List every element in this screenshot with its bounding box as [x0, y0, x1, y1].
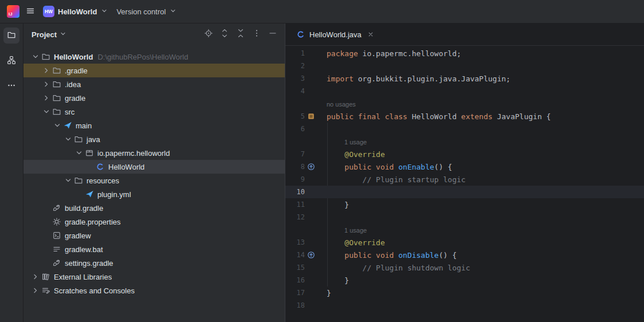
code-line[interactable]: 5public final class HelloWorld extends J…	[285, 110, 644, 123]
code-line[interactable]: 17}	[285, 286, 644, 299]
project-panel-title-button[interactable]: Project	[32, 30, 67, 40]
chevron-right-icon[interactable]	[41, 80, 52, 89]
tree-item-plugin-yml[interactable]: plugin.yml	[23, 187, 285, 201]
tree-item-io-papermc-helloworld[interactable]: io.papermc.helloworld	[23, 146, 285, 160]
line-number[interactable]: 2	[285, 62, 305, 70]
main-area: Project HelloWorldD:\githubRePos\HelloWo…	[0, 23, 644, 322]
tree-item-helloworld[interactable]: HelloWorldD:\githubRePos\HelloWorld	[23, 50, 285, 64]
code-line[interactable]: 8 public void onEnable() {	[285, 160, 644, 173]
line-number[interactable]: 12	[285, 213, 305, 221]
line-number[interactable]: 1	[285, 49, 305, 57]
tab-helloworld-java[interactable]: HelloWorld.java	[290, 23, 380, 45]
tree-item-gradlew[interactable]: gradlew	[23, 229, 285, 242]
chevron-down-icon[interactable]	[63, 135, 73, 144]
tree-item-scratches-and-consoles[interactable]: Scratches and Consoles	[23, 284, 285, 297]
chevron-right-icon[interactable]	[41, 93, 52, 103]
plugin-marker-icon[interactable]	[305, 112, 324, 121]
tree-item-external-libraries[interactable]: External Libraries	[23, 270, 285, 284]
more-tool-windows-tool-button[interactable]	[3, 78, 19, 94]
collapse-all-button[interactable]	[234, 28, 247, 41]
chevron-right-icon[interactable]	[30, 286, 41, 295]
line-number[interactable]: 7	[285, 150, 305, 158]
line-number[interactable]: 4	[285, 87, 305, 95]
tree-label: main	[76, 121, 92, 130]
chevron-right-icon[interactable]	[41, 66, 52, 75]
tree-label: resources	[87, 176, 119, 185]
code-line[interactable]: 15 // Plugin shutdown logic	[285, 261, 644, 274]
line-number[interactable]: 14	[285, 251, 305, 259]
more-options-button[interactable]	[250, 28, 263, 41]
project-widget[interactable]: HW HelloWorld	[39, 3, 112, 20]
code-line[interactable]: 12	[285, 211, 644, 223]
code-line[interactable]: 4	[285, 85, 644, 97]
main-menu-button[interactable]	[22, 3, 39, 20]
code-line[interactable]: 9 // Plugin startup logic	[285, 173, 644, 186]
tree-label: gradle.properties	[65, 218, 121, 226]
tree-item-build-gradle[interactable]: build.gradle	[23, 201, 285, 215]
code-line[interactable]: 3import org.bukkit.plugin.java.JavaPlugi…	[285, 72, 644, 85]
tree-item-main[interactable]: main	[23, 119, 285, 132]
tree-item-gradle-properties[interactable]: gradle.properties	[23, 215, 285, 229]
code-line[interactable]: 18	[285, 299, 644, 312]
line-number[interactable]: 18	[285, 301, 305, 309]
code-text: @Override	[324, 150, 385, 159]
override-icon[interactable]	[305, 162, 324, 171]
version-control-widget[interactable]: Version control	[112, 3, 181, 20]
line-number[interactable]: 15	[285, 264, 305, 272]
code-line[interactable]: 14 public void onDisable() {	[285, 249, 644, 261]
intellij-logo[interactable]: IJ	[7, 5, 19, 18]
expand-all-button[interactable]	[218, 28, 231, 41]
chevron-down-icon	[169, 7, 177, 17]
usage-hint[interactable]: 1 usage	[327, 139, 367, 146]
project-tool-button[interactable]	[3, 28, 19, 44]
chevron-down-icon[interactable]	[41, 107, 52, 116]
line-number[interactable]: 3	[285, 74, 305, 83]
class-icon	[296, 30, 305, 39]
code-area[interactable]: 1package io.papermc.helloworld;23import …	[285, 46, 644, 322]
usage-hint[interactable]: no usages	[327, 101, 356, 108]
tree-item-gradle[interactable]: gradle	[23, 91, 285, 105]
intellij-window: IJ HW HelloWorld Version control Project	[0, 0, 644, 322]
line-number[interactable]: 16	[285, 276, 305, 284]
line-number[interactable]: 5	[285, 112, 305, 120]
usage-hint[interactable]: 1 usage	[327, 227, 367, 234]
tree-item-src[interactable]: src	[23, 105, 285, 119]
line-number[interactable]: 13	[285, 238, 305, 246]
line-number[interactable]: 10	[285, 188, 305, 196]
code-line[interactable]: 13 @Override	[285, 236, 644, 249]
line-number[interactable]: 6	[285, 125, 305, 133]
code-line[interactable]: 2	[285, 60, 644, 72]
line-number[interactable]: 11	[285, 201, 305, 209]
chevron-down-icon[interactable]	[63, 176, 73, 185]
code-line[interactable]: 7 @Override	[285, 148, 644, 160]
line-number[interactable]: 17	[285, 289, 305, 297]
chevron-right-icon[interactable]	[30, 272, 41, 281]
code-line[interactable]: 1package io.papermc.helloworld;	[285, 47, 644, 60]
line-number[interactable]: 9	[285, 175, 305, 183]
chevron-down-icon[interactable]	[74, 148, 84, 158]
select-opened-file-button[interactable]	[202, 28, 215, 41]
tree-item-helloworld[interactable]: HelloWorld	[23, 160, 285, 174]
structure-tool-button[interactable]	[3, 53, 19, 69]
inlay-hint-row[interactable]: no usages	[285, 97, 644, 110]
tree-item-gradlew-bat[interactable]: gradlew.bat	[23, 242, 285, 256]
inlay-hint-row[interactable]: 1 usage	[285, 223, 644, 236]
tab-title: HelloWorld.java	[309, 30, 362, 39]
tree-item-resources[interactable]: resources	[23, 174, 285, 187]
tree-item-gradle[interactable]: .gradle	[23, 64, 285, 77]
code-line[interactable]: 10	[285, 186, 644, 198]
tree-item-idea[interactable]: .idea	[23, 77, 285, 91]
code-line[interactable]: 11 }	[285, 198, 644, 211]
chevron-spacer	[74, 190, 84, 199]
code-line[interactable]: 6	[285, 123, 644, 135]
override-icon[interactable]	[305, 250, 324, 260]
tree-item-java[interactable]: java	[23, 132, 285, 146]
chevron-down-icon[interactable]	[52, 121, 62, 130]
close-tab-icon[interactable]	[367, 30, 375, 38]
hide-tool-window-button[interactable]	[266, 28, 279, 41]
line-number[interactable]: 8	[285, 163, 305, 171]
chevron-down-icon[interactable]	[30, 52, 41, 61]
inlay-hint-row[interactable]: 1 usage	[285, 135, 644, 148]
code-line[interactable]: 16 }	[285, 274, 644, 286]
tree-item-settings-gradle[interactable]: settings.gradle	[23, 256, 285, 270]
